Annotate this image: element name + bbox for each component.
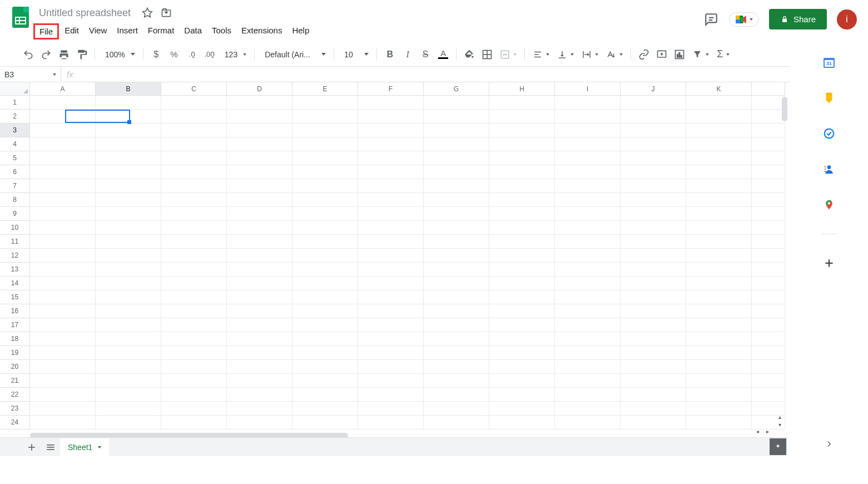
column-header[interactable]: J: [621, 82, 686, 96]
cell[interactable]: [96, 110, 161, 124]
cell[interactable]: [96, 221, 161, 235]
cell[interactable]: [489, 388, 555, 402]
row-header[interactable]: 23: [0, 402, 30, 416]
row-header[interactable]: 16: [0, 304, 30, 318]
menu-view[interactable]: View: [85, 23, 111, 39]
cell[interactable]: [686, 402, 752, 416]
menu-format[interactable]: Format: [143, 23, 179, 39]
strikethrough-button[interactable]: S: [417, 46, 434, 63]
cell[interactable]: [161, 304, 227, 318]
cell[interactable]: [489, 110, 555, 124]
cell[interactable]: [555, 360, 621, 374]
cell[interactable]: [161, 416, 227, 429]
cell[interactable]: [621, 304, 686, 318]
cell[interactable]: [292, 96, 358, 110]
cell[interactable]: [96, 402, 161, 416]
cell[interactable]: [686, 290, 752, 304]
cell[interactable]: [96, 360, 161, 374]
cell[interactable]: [686, 276, 752, 290]
cell[interactable]: [489, 193, 555, 207]
row-header[interactable]: 1: [0, 96, 30, 110]
row-header[interactable]: 18: [0, 332, 30, 346]
cell[interactable]: [489, 179, 555, 193]
cell[interactable]: [555, 318, 621, 332]
cell[interactable]: [358, 388, 424, 402]
cell[interactable]: [292, 207, 358, 221]
borders-button[interactable]: [479, 46, 495, 63]
move-icon[interactable]: [161, 7, 172, 18]
cell[interactable]: [621, 276, 686, 290]
cell[interactable]: [489, 151, 555, 165]
cell[interactable]: [227, 165, 292, 179]
font-dropdown[interactable]: Default (Ari...: [259, 46, 329, 63]
cell[interactable]: [489, 402, 555, 416]
calendar-icon[interactable]: 31: [822, 56, 836, 69]
cell[interactable]: [227, 360, 292, 374]
cell[interactable]: [227, 374, 292, 388]
cell[interactable]: [358, 318, 424, 332]
cell[interactable]: [161, 402, 227, 416]
all-sheets-button[interactable]: [41, 438, 60, 457]
cell[interactable]: [555, 249, 621, 263]
cell[interactable]: [424, 318, 489, 332]
cell[interactable]: [358, 304, 424, 318]
cell[interactable]: [30, 360, 96, 374]
filter-button[interactable]: [689, 46, 712, 63]
column-header[interactable]: I: [555, 82, 621, 96]
cell[interactable]: [424, 263, 489, 276]
cell[interactable]: [621, 332, 686, 346]
percent-format-button[interactable]: %: [166, 46, 182, 63]
cell[interactable]: [489, 165, 555, 179]
cell[interactable]: [358, 96, 424, 110]
column-header[interactable]: H: [489, 82, 555, 96]
fill-color-button[interactable]: [461, 46, 478, 63]
cell[interactable]: [96, 151, 161, 165]
cell[interactable]: [489, 207, 555, 221]
cell[interactable]: [292, 165, 358, 179]
cell[interactable]: [686, 318, 752, 332]
cell[interactable]: [292, 402, 358, 416]
cell[interactable]: [686, 263, 752, 276]
cell[interactable]: [30, 96, 96, 110]
cell[interactable]: [161, 388, 227, 402]
column-header[interactable]: C: [161, 82, 227, 96]
cell[interactable]: [30, 388, 96, 402]
cell[interactable]: [30, 165, 96, 179]
cell[interactable]: [358, 276, 424, 290]
cell[interactable]: [358, 374, 424, 388]
text-color-button[interactable]: A: [435, 46, 452, 63]
cell[interactable]: [292, 290, 358, 304]
keep-icon[interactable]: [822, 91, 836, 105]
cell[interactable]: [555, 416, 621, 429]
cell[interactable]: [30, 402, 96, 416]
cell[interactable]: [358, 360, 424, 374]
column-header[interactable]: D: [227, 82, 292, 96]
cell[interactable]: [621, 388, 686, 402]
cell[interactable]: [752, 96, 785, 110]
maps-icon[interactable]: [822, 198, 836, 211]
cell[interactable]: [227, 290, 292, 304]
cell[interactable]: [686, 207, 752, 221]
cell[interactable]: [489, 221, 555, 235]
cell[interactable]: [752, 179, 785, 193]
cell[interactable]: [489, 332, 555, 346]
cell[interactable]: [30, 207, 96, 221]
cell[interactable]: [161, 179, 227, 193]
comment-history-icon[interactable]: [703, 12, 719, 27]
cell[interactable]: [555, 374, 621, 388]
cell[interactable]: [30, 304, 96, 318]
cell[interactable]: [30, 193, 96, 207]
cell[interactable]: [161, 346, 227, 360]
number-format-dropdown[interactable]: 123: [219, 46, 250, 63]
tasks-icon[interactable]: [822, 127, 836, 140]
cell[interactable]: [621, 263, 686, 276]
cell[interactable]: [424, 96, 489, 110]
cell[interactable]: [161, 207, 227, 221]
cell[interactable]: [424, 304, 489, 318]
cell[interactable]: [752, 165, 785, 179]
cell[interactable]: [489, 346, 555, 360]
cell[interactable]: [96, 249, 161, 263]
cell[interactable]: [555, 263, 621, 276]
cell[interactable]: [621, 346, 686, 360]
cell[interactable]: [30, 151, 96, 165]
